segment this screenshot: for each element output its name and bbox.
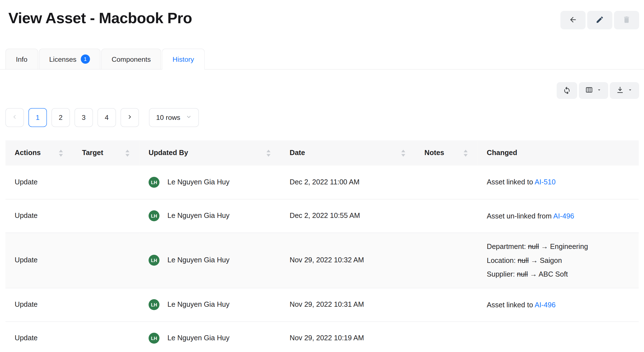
changed-line: Department: null → Engineering <box>487 239 630 253</box>
tab-history[interactable]: History <box>162 49 205 70</box>
table-row: UpdateLHLe Nguyen Gia HuyNov 29, 2022 10… <box>6 322 639 352</box>
cell-changed: Asset linked to AI-510 <box>478 166 639 199</box>
page-title: View Asset - Macbook Pro <box>8 9 192 27</box>
history-table: Actions Target Updated By Date Notes <box>6 141 639 352</box>
changed-asset-link[interactable]: AI-510 <box>535 178 556 186</box>
cell-changed: Department: null → EngineeringLocation: … <box>478 233 639 288</box>
pagination: 1 2 3 4 10 rows <box>0 99 644 127</box>
delete-button[interactable] <box>614 11 639 29</box>
table-row: UpdateLHLe Nguyen Gia HuyNov 29, 2022 10… <box>6 288 639 322</box>
export-download-button[interactable] <box>610 82 639 99</box>
edit-button[interactable] <box>587 11 612 29</box>
cell-updated-by: LHLe Nguyen Gia Huy <box>140 288 281 322</box>
chevron-down-icon <box>186 114 192 122</box>
user-name: Le Nguyen Gia Huy <box>167 301 230 309</box>
back-button[interactable] <box>561 11 586 29</box>
cell-date: Nov 29, 2022 10:31 AM <box>280 288 415 322</box>
tab-licenses[interactable]: Licenses 1 <box>39 49 100 70</box>
changed-text: → Engineering <box>539 242 588 251</box>
user-name: Le Nguyen Gia Huy <box>167 256 230 265</box>
column-header-updated-by[interactable]: Updated By <box>140 141 281 166</box>
column-label: Updated By <box>149 149 188 157</box>
column-header-target[interactable]: Target <box>73 141 140 166</box>
column-label: Changed <box>487 149 517 157</box>
table-toolbar <box>0 70 644 99</box>
trash-icon <box>623 15 631 25</box>
page-size-select[interactable]: 10 rows <box>149 108 199 127</box>
avatar: LH <box>149 255 160 266</box>
table-row: UpdateLHLe Nguyen Gia HuyDec 2, 2022 11:… <box>6 166 639 199</box>
changed-asset-link[interactable]: AI-496 <box>553 212 574 220</box>
table-header: Actions Target Updated By Date Notes <box>6 141 639 166</box>
tab-bar: Info Licenses 1 Components History <box>0 49 644 70</box>
changed-line: Location: null → Saigon <box>487 253 630 267</box>
column-header-changed: Changed <box>478 141 639 166</box>
history-table-body: UpdateLHLe Nguyen Gia HuyDec 2, 2022 11:… <box>6 166 639 352</box>
column-header-date[interactable]: Date <box>280 141 415 166</box>
cell-notes <box>415 166 478 199</box>
user-name: Le Nguyen Gia Huy <box>167 178 230 186</box>
cell-target <box>73 166 140 199</box>
user: LHLe Nguyen Gia Huy <box>149 177 271 188</box>
cell-actions: Update <box>6 233 73 288</box>
columns-settings-button[interactable] <box>579 82 608 99</box>
next-page-button[interactable] <box>121 108 139 127</box>
changed-asset-link[interactable]: AI-496 <box>535 301 556 309</box>
cell-notes <box>415 199 478 233</box>
column-label: Date <box>290 149 305 157</box>
avatar: LH <box>149 177 160 188</box>
page-button-3[interactable]: 3 <box>75 108 93 127</box>
column-label: Notes <box>424 149 444 157</box>
avatar: LH <box>149 299 160 310</box>
sort-icon[interactable] <box>463 149 468 158</box>
changed-text: Asset un-linked from <box>487 212 553 220</box>
changed-text: Asset linked to <box>487 301 535 309</box>
cell-updated-by: LHLe Nguyen Gia Huy <box>140 233 281 288</box>
user: LHLe Nguyen Gia Huy <box>149 333 271 344</box>
cell-target <box>73 288 140 322</box>
page-button-1[interactable]: 1 <box>28 108 47 127</box>
asset-view-page: View Asset - Macbook Pro Info <box>0 0 644 352</box>
page-header: View Asset - Macbook Pro <box>0 0 644 29</box>
cell-changed: Asset un-linked from AI-496 <box>478 199 639 233</box>
download-icon <box>616 86 624 95</box>
page-size-label: 10 rows <box>156 114 181 122</box>
tab-components[interactable]: Components <box>101 49 161 70</box>
table-columns-icon <box>585 86 593 95</box>
sort-icon[interactable] <box>401 149 406 158</box>
prev-page-button[interactable] <box>6 108 24 127</box>
column-header-actions[interactable]: Actions <box>6 141 73 166</box>
changed-text: Location: <box>487 256 518 264</box>
page-button-2[interactable]: 2 <box>52 108 70 127</box>
page-button-4[interactable]: 4 <box>98 108 116 127</box>
sort-icon[interactable] <box>266 149 271 158</box>
changed-line: Supplier: null → ABC Soft <box>487 267 630 281</box>
chevron-left-icon <box>11 113 18 122</box>
cell-actions: Update <box>6 288 73 322</box>
changed-old-value: null <box>528 242 539 251</box>
column-header-notes[interactable]: Notes <box>415 141 478 166</box>
cell-updated-by: LHLe Nguyen Gia Huy <box>140 199 281 233</box>
pencil-icon <box>596 15 604 25</box>
cell-updated-by: LHLe Nguyen Gia Huy <box>140 166 281 199</box>
sort-icon[interactable] <box>58 149 64 158</box>
user: LHLe Nguyen Gia Huy <box>149 299 271 310</box>
tab-info[interactable]: Info <box>6 49 38 70</box>
cell-actions: Update <box>6 322 73 352</box>
chevron-right-icon <box>126 113 134 122</box>
cell-date: Dec 2, 2022 11:00 AM <box>280 166 415 199</box>
cell-target <box>73 322 140 352</box>
changed-old-value: null <box>517 270 528 278</box>
cell-notes <box>415 233 478 288</box>
cell-date: Nov 29, 2022 10:32 AM <box>280 233 415 288</box>
user: LHLe Nguyen Gia Huy <box>149 210 271 221</box>
column-label: Actions <box>15 149 41 157</box>
sort-icon[interactable] <box>125 149 130 158</box>
refresh-button[interactable] <box>557 82 577 99</box>
tab-label: Components <box>112 55 151 63</box>
changed-text: → ABC Soft <box>528 270 568 278</box>
cell-target <box>73 233 140 288</box>
avatar: LH <box>149 210 160 221</box>
header-actions <box>561 11 639 29</box>
chevron-down-icon <box>628 87 633 94</box>
